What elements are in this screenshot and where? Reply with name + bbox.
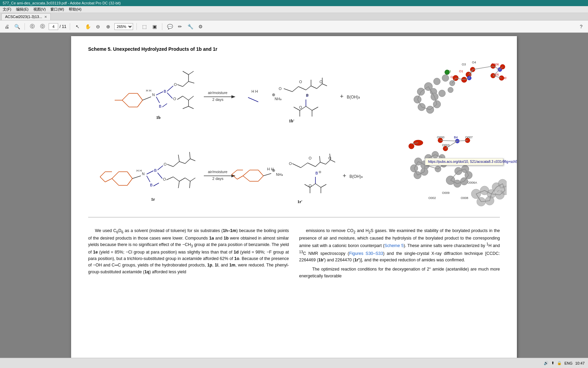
svg-line-52: [317, 84, 322, 89]
svg-text:O: O: [164, 162, 167, 166]
svg-line-129: [315, 162, 320, 167]
hand-tool[interactable]: ✋: [84, 22, 92, 31]
svg-text:O: O: [174, 82, 177, 87]
svg-line-263: [440, 140, 457, 141]
search-button[interactable]: 🔍: [13, 22, 21, 31]
svg-point-156: [434, 78, 440, 85]
svg-line-137: [315, 184, 321, 187]
action-button[interactable]: ⚙: [196, 22, 205, 31]
svg-line-100: [190, 181, 190, 188]
to-text: to: [326, 228, 330, 233]
svg-text:⊖: ⊖: [306, 93, 309, 97]
print-button[interactable]: 🖨: [3, 22, 11, 31]
svg-line-68: [127, 179, 132, 185]
right-column: emissions to remove CO2 and H2S gases. W…: [299, 228, 500, 282]
tab-close-button[interactable]: ✕: [44, 15, 47, 19]
speaker-icon: 🔊: [544, 361, 549, 365]
menu-item-edit[interactable]: 编辑(E): [16, 7, 29, 12]
svg-text:O: O: [299, 105, 302, 109]
svg-text:1r': 1r': [297, 199, 303, 204]
svg-line-30: [162, 104, 167, 107]
svg-line-3: [137, 100, 143, 107]
reaction-1r-svg: N H H B O O: [88, 138, 384, 209]
svg-point-160: [439, 90, 445, 97]
svg-line-50: [311, 86, 317, 89]
zoom-in-button[interactable]: ⊕: [104, 22, 112, 31]
svg-text:O002: O002: [428, 196, 436, 200]
svg-text:B: B: [315, 171, 318, 175]
svg-line-126: [292, 164, 301, 168]
svg-line-106: [243, 170, 250, 176]
svg-text:1r: 1r: [151, 197, 155, 202]
fit-width-button[interactable]: ⬚: [140, 22, 148, 31]
page-number-input[interactable]: [49, 23, 58, 30]
svg-line-97: [178, 181, 179, 188]
svg-text:B: B: [159, 104, 161, 108]
network-icon: ⬆: [551, 361, 554, 365]
menu-item-file[interactable]: 文(F): [3, 7, 11, 12]
menu-bar: 文(F) 编辑(E) 视图(V) 窗口(W) 帮助(H): [0, 6, 588, 13]
help-button[interactable]: ?: [577, 22, 585, 31]
svg-line-47: [292, 87, 298, 92]
zoom-select[interactable]: 265% 100% 150% 200%: [114, 23, 133, 30]
title-bar: 577_Ce ami-des_acscata.3c03119.pdf - Ado…: [0, 0, 588, 6]
svg-point-172: [445, 70, 450, 75]
zoom-out-button[interactable]: ⊖: [94, 22, 102, 31]
system-tray: 🔊 ⬆ 🔒 ENG 10:47: [544, 361, 585, 365]
tab-label: ACSCat2023(1-3)13...: [5, 15, 42, 19]
svg-text:B(OH)₃: B(OH)₃: [349, 174, 363, 179]
svg-line-67: [127, 172, 132, 179]
svg-line-18: [189, 71, 194, 75]
svg-text:⊕: ⊕: [272, 92, 275, 97]
svg-point-159: [448, 87, 453, 93]
svg-text:H H: H H: [146, 89, 151, 92]
status-bar: 🔊 ⬆ 🔒 ENG 10:47: [0, 358, 588, 368]
svg-text:⊖: ⊖: [318, 170, 321, 174]
svg-line-80: [158, 166, 163, 170]
cursor-tool[interactable]: ↖: [74, 22, 82, 31]
svg-line-28: [156, 97, 160, 103]
crystal-1r-container: O000 B4 O007 O003 O009 O002 O008 O006A: [384, 131, 507, 210]
svg-line-113: [232, 174, 237, 179]
svg-text:air/moisture: air/moisture: [208, 91, 227, 95]
svg-line-10: [156, 92, 163, 95]
menu-item-help[interactable]: 帮助(H): [69, 7, 81, 12]
menu-item-view[interactable]: 视图(V): [33, 7, 46, 12]
presentation-button[interactable]: ▣: [150, 22, 159, 31]
svg-line-89: [158, 173, 162, 179]
toolbar-separator-1: [24, 23, 25, 30]
svg-line-46: [284, 89, 292, 92]
svg-line-98: [185, 178, 190, 181]
nav-back-button[interactable]: ⓪: [28, 22, 36, 31]
svg-line-24: [189, 96, 194, 100]
svg-text:O: O: [299, 80, 302, 84]
svg-line-86: [185, 159, 190, 164]
svg-line-91: [147, 176, 150, 182]
svg-line-14: [177, 85, 183, 87]
svg-text:NH₃: NH₃: [276, 172, 283, 177]
toolbar: 🖨 🔍 ⓪ ⓪ / 11 ↖ ✋ ⊖ ⊕ 265% 100% 150% 200%…: [0, 20, 588, 33]
edit-button[interactable]: ✏: [176, 22, 184, 31]
svg-line-2: [137, 93, 143, 100]
pdf-tab[interactable]: ACSCat2023(1-3)13... ✕: [1, 13, 51, 20]
svg-line-131: [320, 156, 320, 162]
svg-line-82: [167, 164, 173, 167]
svg-line-191: [473, 66, 493, 70]
svg-line-49: [306, 86, 311, 90]
svg-line-109: [258, 176, 263, 181]
language-indicator: ENG: [565, 361, 573, 365]
menu-item-window[interactable]: 窗口(W): [50, 7, 64, 12]
svg-line-59: [312, 107, 318, 110]
svg-text:O3: O3: [462, 63, 466, 66]
svg-line-94: [166, 177, 173, 180]
redact-button[interactable]: 🔧: [186, 22, 194, 31]
nav-forward-button[interactable]: ⓪: [38, 22, 47, 31]
svg-text:B: B: [164, 89, 166, 93]
svg-line-128: [308, 163, 315, 167]
svg-text:air/moisture: air/moisture: [208, 170, 227, 174]
comment-button[interactable]: 💬: [166, 22, 174, 31]
svg-line-96: [179, 178, 185, 181]
svg-line-112: [237, 176, 243, 179]
svg-text:H H: H H: [251, 89, 258, 93]
svg-line-27: [183, 106, 189, 109]
